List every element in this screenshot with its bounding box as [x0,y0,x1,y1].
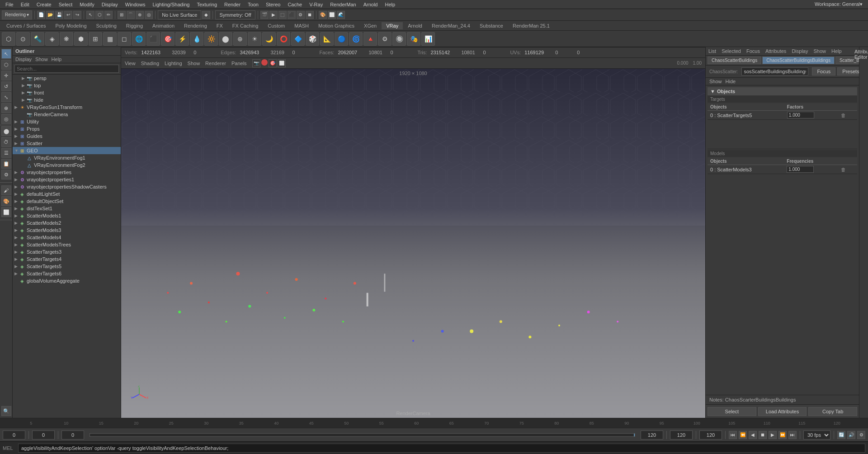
tree-item-deflightset[interactable]: ▶ ◈ defaultLightSet [13,190,121,198]
copy-tab-button[interactable]: Copy Tab [808,407,857,416]
shelf-tab-sculpting[interactable]: Sculpting [92,22,121,29]
live-icon[interactable]: ◆ [202,11,210,19]
rotate-tool-icon[interactable]: ↺ [1,81,11,91]
shelf-icon-22[interactable]: 🎲 [306,32,319,46]
shelf-tab-rendering[interactable]: Rendering [179,22,212,29]
shelf-icon-8[interactable]: ▦ [103,32,117,46]
tree-item-scattermodelstrees[interactable]: ▶ ◈ ScatterModelsTrees [13,241,121,248]
viewport-canvas[interactable]: 1920 × 1080 RenderCamera X Y Z [121,69,705,418]
menu-cache[interactable]: Cache [284,2,306,7]
audio-icon[interactable]: 🔊 [847,431,855,439]
targets-factor-input[interactable] [787,112,814,118]
shelf-tab-fxcaching[interactable]: FX Caching [228,22,263,29]
loop-icon[interactable]: 🔄 [837,431,845,439]
shelf-tab-renderman25[interactable]: RenderMan 25.1 [508,22,554,29]
shelf-icon-9[interactable]: ◻ [118,32,131,46]
menu-file[interactable]: File [2,2,17,7]
shelf-icon-18[interactable]: ☀ [248,32,261,46]
menu-edit[interactable]: Edit [17,2,33,7]
menu-vray[interactable]: V-Ray [306,2,326,7]
workspace-label[interactable]: Workspace: General▾ [811,1,866,7]
menu-toon[interactable]: Toon [244,2,262,7]
tree-item-globalvol[interactable]: ◈ globalVolumeAggregate [13,277,121,284]
menu-renderman[interactable]: RenderMan [326,2,359,7]
snap-surface-icon[interactable]: ◎ [145,11,153,19]
shelf-icon-20[interactable]: ⭕ [277,32,290,46]
select-tool-icon[interactable]: ↖ [1,49,11,59]
shelf-icon-13[interactable]: ⚡ [175,32,189,46]
quad-draw-icon[interactable]: ⬜ [1,207,11,217]
attr-obj-tab-2[interactable]: ChaosScatterBuildingsBuildings [762,57,835,64]
shelf-icon-2[interactable]: ⊙ [16,32,30,46]
channel-box-icon[interactable]: ☰ [1,148,11,158]
shelf-icon-7[interactable]: ⊞ [89,32,102,46]
shelf-icon-4[interactable]: ◈ [45,32,59,46]
tree-item-utility[interactable]: ▶ ⊞ Utility [13,118,121,125]
tree-item-scatter[interactable]: ▶ ⊞ Scatter [13,140,121,147]
attr-tab-attributes[interactable]: Attributes [765,48,786,54]
shelf-tab-custom[interactable]: Custom [263,22,289,29]
tree-item-scattertargets4[interactable]: ▶ ◈ ScatterTargets4 [13,255,121,263]
shelf-tab-arnold[interactable]: Arnold [403,22,427,29]
load-attributes-button[interactable]: Load Attributes [758,407,807,416]
tree-item-vrayobjshadow[interactable]: ▶ ⚙ vrayobjectpropertiesShadowCasters [13,183,121,190]
tree-item-top[interactable]: ▶ 📷 top [13,82,121,89]
redo-icon[interactable]: ↪ [73,11,81,19]
save-file-icon[interactable]: 💾 [55,11,63,19]
no-live-surface-btn[interactable]: No Live Surface [158,10,201,19]
rendering-dropdown[interactable]: Rendering ▾ [2,10,32,19]
ncloth-icon[interactable]: 🌊 [337,11,345,19]
tree-item-defobjset[interactable]: ▶ ◈ defaultObjectSet [13,198,121,205]
menu-texturing[interactable]: Texturing [193,2,221,7]
vp-menu-view[interactable]: View [123,61,137,66]
attr-tab-help[interactable]: Help [831,48,842,54]
chaos-scatter-input[interactable] [741,67,808,76]
shelf-icon-3[interactable]: 🔦 [31,32,44,46]
tool-settings-icon[interactable]: ⚙ [1,170,11,180]
shelf-icon-21[interactable]: 🔷 [291,32,305,46]
tree-item-rendercam[interactable]: 📷 RenderCamera [13,111,121,118]
shelf-icon-23[interactable]: 📐 [320,32,334,46]
menu-help[interactable]: Help [381,2,399,7]
settings-icon[interactable]: ⚙ [857,431,865,439]
hide-button[interactable]: Hide [726,79,736,84]
attr-tab-list[interactable]: List [708,48,716,54]
history-icon[interactable]: ⏱ [1,137,11,147]
vp-menu-show[interactable]: Show [186,61,202,66]
snap-point-icon[interactable]: ⊕ [136,11,144,19]
prev-frame-icon[interactable]: ⏪ [739,431,747,439]
render-preview-icon[interactable]: 🎬 [260,11,269,19]
lasso-icon[interactable]: ⬡ [95,11,104,19]
shelf-tab-poly[interactable]: Poly Modeling [51,22,91,29]
render-region-icon[interactable]: ⬚ [278,11,287,19]
render-icon[interactable]: ▶ [269,11,278,19]
show-button[interactable]: Show [709,79,722,84]
open-file-icon[interactable]: 📂 [46,11,54,19]
stop-render-icon[interactable]: ⏹ [306,11,314,19]
render-settings-icon[interactable]: ⚙ [297,11,305,19]
menu-stereo[interactable]: Stereo [262,2,284,7]
attr-obj-tab-1[interactable]: ChaosScatterBuildings [708,57,761,64]
menu-lighting[interactable]: Lighting/Shading [149,2,193,7]
snap-curve-icon[interactable]: ⌒ [127,11,135,19]
sculpt-icon[interactable]: 🖌 [1,185,11,195]
tree-item-scattermodels2[interactable]: ▶ ◈ ScatterModels2 [13,219,121,227]
shelf-tab-motiongraphics[interactable]: Motion Graphics [314,22,359,29]
stop-icon[interactable]: ⏹ [759,431,767,439]
objects-section-header[interactable]: ▼ Objects [708,87,857,96]
paint-icon[interactable]: ✏ [104,11,113,19]
move-tool-icon[interactable]: ✛ [1,71,11,80]
select-icon[interactable]: ↖ [86,11,94,19]
tree-item-scattermodels3[interactable]: ▶ ◈ ScatterModels3 [13,227,121,234]
shelf-icon-25[interactable]: 🌀 [349,32,363,46]
timeline-bar[interactable]: 5 10 15 20 25 30 35 40 45 50 55 60 65 70… [0,418,868,428]
shelf-tab-mash[interactable]: MASH [290,22,313,29]
shelf-icon-30[interactable]: 📊 [421,32,435,46]
new-file-icon[interactable]: 📄 [37,11,45,19]
outliner-menu-display[interactable]: Display [15,57,32,62]
shelf-icon-28[interactable]: 🔘 [392,32,406,46]
shelf-icon-6[interactable]: ⬢ [74,32,88,46]
vp-menu-renderer[interactable]: Renderer [203,61,228,66]
shelf-icon-11[interactable]: ⬛ [146,32,160,46]
lasso-tool-icon[interactable]: ⬡ [1,60,11,70]
